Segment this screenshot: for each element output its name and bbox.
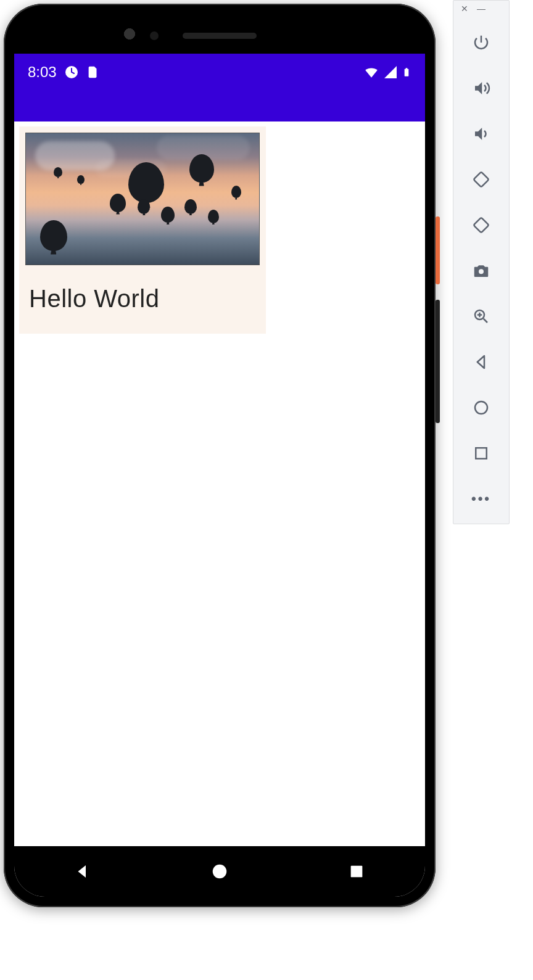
app-content: Hello World: [14, 121, 425, 846]
device-frame: 8:03: [4, 4, 436, 907]
home-icon[interactable]: [469, 395, 494, 420]
svg-rect-3: [474, 172, 489, 187]
status-bar: 8:03: [14, 54, 425, 121]
status-right: [363, 64, 411, 80]
sim-card-icon: [86, 65, 100, 79]
svg-rect-4: [474, 218, 489, 233]
volume-up-icon[interactable]: [469, 76, 494, 101]
status-left: 8:03: [28, 64, 100, 81]
back-icon[interactable]: [469, 350, 494, 374]
more-options-icon[interactable]: •••: [469, 487, 494, 511]
svg-rect-2: [351, 866, 363, 878]
nav-home-button[interactable]: [209, 860, 231, 883]
wifi-icon: [363, 64, 379, 80]
svg-rect-8: [476, 448, 487, 459]
svg-point-7: [475, 401, 487, 414]
front-camera: [122, 27, 141, 45]
status-time: 8:03: [28, 64, 57, 81]
clock-app-icon: [64, 65, 79, 80]
battery-icon: [402, 64, 411, 80]
card-image: [25, 133, 260, 265]
device-power-button[interactable]: [436, 216, 440, 284]
overview-icon[interactable]: [469, 441, 494, 466]
rotate-right-icon[interactable]: [469, 213, 494, 237]
window-close-icon[interactable]: ✕: [461, 4, 468, 14]
emulator-window-controls: ✕ —: [453, 1, 509, 17]
rotate-left-icon[interactable]: [469, 167, 494, 192]
screen: 8:03: [14, 54, 425, 897]
earpiece: [183, 33, 257, 39]
zoom-in-icon[interactable]: [469, 304, 494, 329]
emulator-toolbar: ✕ — •••: [453, 0, 510, 524]
cell-signal-icon: [383, 65, 398, 80]
volume-down-icon[interactable]: [469, 121, 494, 146]
greeting-card[interactable]: Hello World: [19, 126, 266, 334]
card-title: Hello World: [25, 265, 260, 315]
window-minimize-icon[interactable]: —: [477, 4, 485, 14]
nav-recents-button[interactable]: [345, 860, 368, 883]
proximity-sensor: [150, 31, 159, 40]
power-icon[interactable]: [469, 30, 494, 55]
system-nav-bar: [14, 846, 425, 897]
device-volume-button[interactable]: [436, 300, 440, 423]
svg-point-1: [213, 865, 227, 879]
nav-back-button[interactable]: [72, 860, 94, 883]
device-bezel: 8:03: [14, 14, 425, 897]
svg-point-5: [479, 269, 484, 274]
screenshot-icon[interactable]: [469, 258, 494, 283]
